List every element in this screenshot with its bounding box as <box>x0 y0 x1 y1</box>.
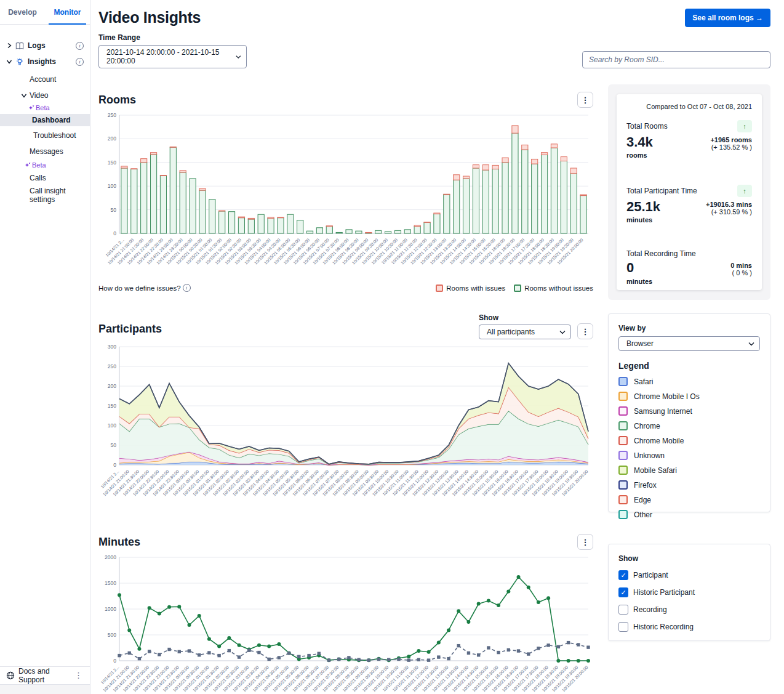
compared-label: Compared to Oct 07 - Oct 08, 2021 <box>626 103 752 110</box>
sidebar-item-troubleshoot[interactable]: Troubleshoot <box>0 129 90 142</box>
time-range-value: 2021-10-14 20:00:00 - 2021-10-15 20:00:0… <box>106 48 231 65</box>
info-icon[interactable]: i <box>76 58 84 66</box>
legend-label: Chrome Mobile I Os <box>634 392 700 401</box>
stat-value: 3.4k <box>626 135 653 150</box>
search-input[interactable] <box>582 51 770 68</box>
docs-and-support-label: Docs and Support <box>18 667 72 684</box>
participants-chart: 05010015020025030010/14/21 2...10/14/21 … <box>98 342 593 518</box>
insights-label: Insights <box>28 57 56 66</box>
checkbox-unchecked-icon[interactable] <box>618 605 628 615</box>
messages-beta-badge: Beta <box>0 160 90 170</box>
stat-unit: minutes <box>626 216 660 224</box>
svg-text:200: 200 <box>108 383 116 389</box>
legend-swatch <box>436 284 443 292</box>
stat-value: 25.1k <box>626 200 660 214</box>
checkbox-historic-participant[interactable]: ✓Historic Participant <box>618 587 760 597</box>
svg-text:1000: 1000 <box>105 606 116 612</box>
issues-question-label: How do we define issues? <box>98 284 181 292</box>
info-icon: i <box>183 284 191 292</box>
checkbox-label: Historic Participant <box>633 588 695 597</box>
svg-text:150: 150 <box>108 159 116 166</box>
view-by-value: Browser <box>626 339 654 348</box>
stat-delta: +1965 rooms <box>710 136 752 143</box>
minutes-show-panel: Show ✓Participant✓Historic ParticipantRe… <box>608 544 770 641</box>
browser-legend-item: Firefox <box>618 480 760 490</box>
sidebar-item-video[interactable]: Video <box>0 89 90 102</box>
participants-menu-button[interactable]: ⋮ <box>577 323 593 339</box>
beta-label: Beta <box>32 161 46 169</box>
trend-up-icon: ↑ <box>737 120 752 132</box>
issues-definition-link[interactable]: How do we define issues? i <box>98 284 191 292</box>
legend-label: Samsung Internet <box>634 407 692 416</box>
minutes-menu-button[interactable]: ⋮ <box>577 534 593 550</box>
time-range-group: Time Range 2021-10-14 20:00:00 - 2021-10… <box>98 33 247 68</box>
legend-swatch <box>618 377 628 386</box>
tab-develop[interactable]: Develop <box>0 0 45 24</box>
sidebar-item-logs[interactable]: Logs i <box>0 38 90 53</box>
cta-label: See all room logs <box>692 14 753 22</box>
stat-delta: +19016.3 mins <box>706 201 752 208</box>
svg-text:250: 250 <box>108 363 116 369</box>
checkbox-historic-recording[interactable]: Historic Recording <box>618 622 760 632</box>
view-by-select[interactable]: Browser <box>618 336 760 351</box>
browser-legend-item: Unknown <box>618 451 760 460</box>
stat-label: Total Recording Time <box>626 249 696 258</box>
sidebar-item-messages[interactable]: Messages <box>0 145 90 158</box>
globe-icon <box>6 671 15 680</box>
stat-label: Total Rooms <box>626 122 668 131</box>
svg-text:250: 250 <box>108 112 116 118</box>
trend-up-icon: ↑ <box>737 185 752 197</box>
stat-total-participant-time: Total Participant Time ↑ 25.1k minutes +… <box>626 185 752 224</box>
stat-delta-pct: (+ 310.59 % ) <box>706 208 752 216</box>
tab-monitor[interactable]: Monitor <box>45 0 90 24</box>
checkbox-checked-icon[interactable]: ✓ <box>618 587 628 597</box>
beta-label: Beta <box>36 104 50 111</box>
legend-label: Safari <box>634 377 653 386</box>
legend-label: Rooms with issues <box>446 284 505 292</box>
checkbox-participant[interactable]: ✓Participant <box>618 570 760 580</box>
sidebar-bottom-strip <box>0 684 90 694</box>
browser-legend-item: Mobile Safari <box>618 466 760 475</box>
chevron-down-icon <box>6 59 12 65</box>
sidebar-item-insights[interactable]: Insights i <box>0 54 90 69</box>
sidebar-item-call-insight-settings[interactable]: Call insight settings <box>0 188 90 202</box>
kebab-menu-icon[interactable]: ⋮ <box>72 671 85 680</box>
sidebar-item-calls[interactable]: Calls <box>0 171 90 185</box>
rooms-title: Rooms <box>98 94 136 107</box>
checkbox-label: Recording <box>633 605 667 614</box>
see-all-room-logs-button[interactable]: See all room logs → <box>685 9 770 27</box>
logs-label: Logs <box>28 41 46 50</box>
legend-swatch <box>618 466 628 475</box>
book-icon <box>15 42 24 50</box>
browser-legend-item: Safari <box>618 377 760 386</box>
browser-legend-item: Samsung Internet <box>618 406 760 416</box>
checkbox-label: Participant <box>633 571 668 579</box>
info-icon[interactable]: i <box>76 42 84 50</box>
legend-swatch <box>618 392 628 401</box>
stat-delta-pct: ( 0 % ) <box>730 269 752 276</box>
view-by-panel: View by Browser Legend SafariChrome Mobi… <box>608 313 770 512</box>
docs-and-support[interactable]: Docs and Support ⋮ <box>0 666 90 684</box>
video-label: Video <box>30 91 48 100</box>
checkbox-unchecked-icon[interactable] <box>618 622 628 632</box>
checkbox-recording[interactable]: Recording <box>618 605 760 615</box>
svg-text:500: 500 <box>108 632 116 638</box>
rooms-menu-button[interactable]: ⋮ <box>577 92 593 108</box>
svg-text:150: 150 <box>108 403 116 409</box>
sparkle-icon <box>25 162 31 168</box>
legend-label: Unknown <box>634 451 665 460</box>
participants-show-select[interactable]: All participants <box>479 325 571 339</box>
legend-title: Legend <box>618 361 760 371</box>
sparkle-icon <box>28 105 34 111</box>
browser-legend-list: SafariChrome Mobile I OsSamsung Internet… <box>618 377 760 519</box>
time-range-select[interactable]: 2021-10-14 20:00:00 - 2021-10-15 20:00:0… <box>98 45 247 68</box>
stat-delta: 0 mins <box>730 262 752 269</box>
show-value: All participants <box>487 328 535 336</box>
video-insights-page: Develop Monitor Logs i Insights i Accoun… <box>0 0 784 694</box>
rooms-section: Rooms ⋮ 05010015020025010/14/21 2...10/1… <box>98 84 593 300</box>
sidebar-item-dashboard[interactable]: Dashboard <box>0 114 90 126</box>
checkbox-checked-icon[interactable]: ✓ <box>618 570 628 580</box>
chevron-right-icon <box>6 42 12 49</box>
sidebar-item-account[interactable]: Account <box>0 73 90 86</box>
stat-unit: minutes <box>626 278 652 285</box>
